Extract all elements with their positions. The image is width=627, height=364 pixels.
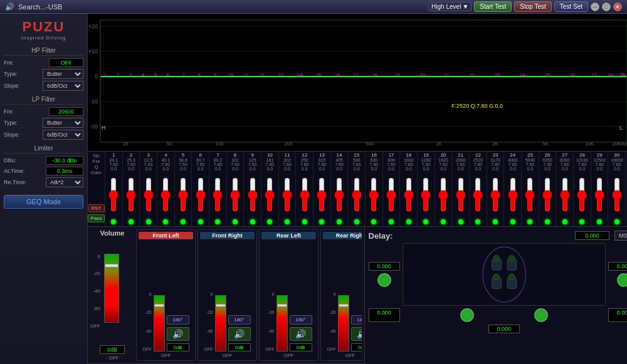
ch-phase-btn-front-left[interactable]: 180° [167, 315, 189, 325]
delay-right-top-value[interactable]: 0.000 [608, 262, 627, 271]
hp-slope-select[interactable]: 6dB/Oct [43, 81, 83, 91]
volume-value[interactable]: 0dB [100, 345, 125, 354]
volume-fader-handle[interactable] [105, 264, 119, 268]
stop-test-button[interactable]: Stop Test [514, 1, 552, 12]
ch-gain-val-front-left[interactable]: 0dB [167, 343, 189, 351]
band-slider-15[interactable] [352, 177, 361, 212]
band-slider-17[interactable] [387, 177, 396, 212]
band-no-14: 14 [337, 152, 342, 158]
band-slider-14[interactable] [335, 177, 344, 212]
delay-top-value[interactable]: 0.000 [575, 231, 609, 240]
band-slider-19[interactable] [421, 177, 430, 212]
hp-fre-row: Fre: OFF [4, 58, 83, 67]
band-slider-20[interactable] [439, 177, 448, 212]
ch-gain-val-front-right[interactable]: 0dB [228, 343, 251, 351]
band-slider-30[interactable] [613, 177, 621, 212]
band-slider-24[interactable] [508, 177, 517, 212]
band-slider-2[interactable] [127, 177, 135, 212]
band-slider-12[interactable] [300, 177, 309, 212]
ch-phase-btn-rear-left[interactable]: 180° [290, 315, 312, 325]
band-slider-21[interactable] [456, 177, 465, 212]
band-gain-5: 0.0 [180, 167, 186, 171]
start-test-button[interactable]: Start Test [474, 1, 512, 12]
lp-filter-section: LP Filter Fre: 20600 Type: Butter Slope:… [4, 96, 83, 140]
ch-fader-track-front-right[interactable] [215, 295, 226, 351]
band-slider-23[interactable] [491, 177, 500, 212]
band-gain-10: 0.0 [267, 167, 273, 171]
rst-button[interactable]: RST [88, 204, 105, 212]
band-gain-8: 0.0 [232, 167, 238, 171]
band-slider-18[interactable] [404, 177, 413, 212]
band-slider-27[interactable] [561, 177, 569, 212]
ch-mute-btn-rear-right[interactable]: 🔊 [351, 327, 362, 341]
band-led-11 [285, 219, 290, 224]
minimize-button[interactable]: ─ [591, 3, 599, 11]
eq-svg[interactable]: +20 +10 0 -10 -20 1 2 3 4 5 6 7 8 9 [88, 14, 627, 151]
volume-fader-track[interactable] [104, 254, 119, 323]
limiter-dbu-value[interactable]: -30.0 dBu [46, 156, 83, 165]
close-button[interactable]: ✕ [613, 3, 622, 11]
band-slider-1[interactable] [109, 177, 118, 212]
band-slider-29[interactable] [595, 177, 604, 212]
band-gain-25: 0.0 [527, 167, 534, 171]
test-set-button[interactable]: Test Set [554, 1, 588, 12]
band-q-21: 7.60 [456, 162, 465, 167]
ch-mute-btn-front-left[interactable]: 🔊 [167, 327, 189, 341]
lp-type-select[interactable]: Butter [43, 118, 83, 128]
band-slider-10[interactable] [265, 177, 274, 212]
delay-bottom-value[interactable]: 0.000 [488, 325, 520, 333]
ch-phase-btn-front-right[interactable]: 180° [228, 315, 251, 325]
delay-left-value[interactable]: 0.000 [369, 262, 400, 271]
maximize-button[interactable]: □ [602, 3, 611, 11]
band-slider-7[interactable] [213, 177, 222, 212]
delay-unit-select[interactable]: MS cm [614, 231, 627, 241]
band-freq-28: 10100 [576, 158, 588, 162]
delay-bottom-right-knob[interactable] [534, 308, 548, 322]
band-led-23 [493, 219, 498, 224]
delay-bottom-left-knob[interactable] [460, 308, 474, 322]
band-slider-25[interactable] [525, 177, 534, 212]
band-slider-16[interactable] [369, 177, 378, 212]
geq-mode-button[interactable]: GEQ Mode [4, 195, 83, 209]
level-select[interactable]: High Level ▼ [428, 2, 472, 11]
band-slider-5[interactable] [179, 177, 187, 212]
ch-gain-val-rear-left[interactable]: 0dB [290, 343, 312, 351]
delay-left-bottom-value[interactable]: 0.000 [369, 308, 400, 322]
band-slider-3[interactable] [144, 177, 153, 212]
band-led-7 [215, 219, 220, 224]
ch-phase-btn-rear-right[interactable]: 180° [351, 315, 362, 325]
ch-fader-handle-front-left[interactable] [154, 304, 164, 307]
delay-left-knob[interactable] [377, 273, 391, 287]
band-slider-22[interactable] [473, 177, 482, 212]
ch-fader-track-front-left[interactable] [154, 295, 165, 351]
band-gain-16: 0.0 [371, 167, 377, 171]
band-slider-9[interactable] [248, 177, 257, 212]
limiter-retime-select[interactable]: Atk*2 [46, 177, 83, 187]
delay-right-knob[interactable] [617, 273, 627, 287]
limiter-attime-value[interactable]: 0.3ms [46, 167, 83, 175]
band-slider-6[interactable] [196, 177, 205, 212]
hp-type-select[interactable]: Butter [43, 69, 83, 79]
ch-fader-handle-rear-right[interactable] [339, 304, 349, 307]
band-col-13: 13 315 7.60 0.0 [314, 152, 331, 226]
lp-fre-value[interactable]: 20600 [49, 107, 83, 116]
ch-mute-btn-rear-left[interactable]: 🔊 [290, 327, 312, 341]
band-freq-18: 1000 [404, 158, 414, 162]
ch-mute-btn-front-right[interactable]: 🔊 [228, 327, 251, 341]
ch-fader-handle-front-right[interactable] [216, 304, 226, 307]
ch-fader-track-rear-left[interactable] [277, 295, 288, 351]
band-slider-13[interactable] [317, 177, 326, 212]
hp-fre-value[interactable]: OFF [49, 58, 83, 67]
band-slider-8[interactable] [231, 177, 240, 212]
lp-slope-select[interactable]: 6dB/Oct [43, 130, 83, 140]
delay-right-bottom-value[interactable]: 0.000 [608, 308, 627, 322]
ch-fader-handle-rear-left[interactable] [277, 304, 287, 307]
band-slider-26[interactable] [543, 177, 552, 212]
pass-button[interactable]: Pass [88, 214, 105, 222]
band-slider-11[interactable] [283, 177, 292, 212]
band-slider-28[interactable] [577, 177, 586, 212]
ch-fader-track-rear-right[interactable] [338, 295, 349, 351]
band-slider-4[interactable] [161, 177, 170, 212]
ch-gain-val-rear-right[interactable]: 0dB [351, 343, 362, 351]
eq-graph[interactable]: +20 +10 0 -10 -20 1 2 3 4 5 6 7 8 9 [88, 14, 627, 152]
